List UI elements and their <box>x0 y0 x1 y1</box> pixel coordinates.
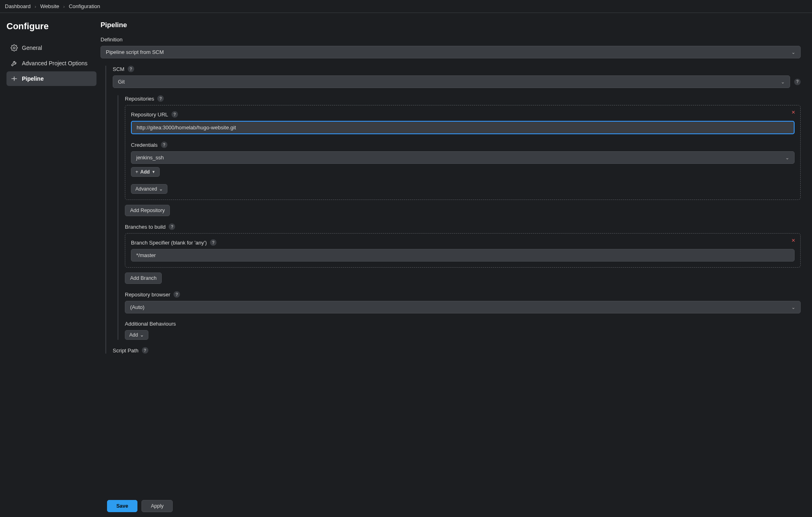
scm-label: SCM <box>113 66 124 72</box>
main-content: Pipeline Definition Pipeline script from… <box>101 13 812 401</box>
chevron-down-icon: ⌄ <box>791 305 795 310</box>
gear-icon <box>11 44 18 51</box>
scm-select[interactable]: Git ⌄ <box>113 75 790 88</box>
caret-down-icon: ▼ <box>152 170 155 174</box>
repo-url-label: Repository URL <box>131 112 168 118</box>
definition-select[interactable]: Pipeline script from SCM ⌄ <box>101 46 801 58</box>
sidebar: Configure General Advanced Project Optio… <box>0 13 101 401</box>
branches-label: Branches to build <box>125 224 165 230</box>
help-icon[interactable]: ? <box>142 347 148 354</box>
repository-box: ✕ Repository URL ? Credentials ? <box>125 105 801 200</box>
chevron-down-icon: ⌄ <box>159 186 163 192</box>
button-label: Advanced <box>135 186 157 192</box>
add-repository-button[interactable]: Add Repository <box>125 205 170 216</box>
help-icon[interactable]: ? <box>161 142 167 148</box>
help-icon[interactable]: ? <box>174 291 180 298</box>
breadcrumb-dashboard[interactable]: Dashboard <box>5 3 31 9</box>
close-icon[interactable]: ✕ <box>790 109 797 116</box>
sidebar-item-label: Advanced Project Options <box>22 60 88 67</box>
breadcrumb-website[interactable]: Website <box>40 3 59 9</box>
repo-url-input[interactable] <box>131 121 795 134</box>
chevron-down-icon: ⌄ <box>785 155 789 161</box>
chevron-down-icon: ⌄ <box>781 79 785 85</box>
add-branch-button[interactable]: Add Branch <box>125 272 162 284</box>
close-icon[interactable]: ✕ <box>790 237 797 244</box>
select-value: (Auto) <box>130 304 144 310</box>
sidebar-item-pipeline[interactable]: Pipeline <box>6 71 96 86</box>
sidebar-item-label: General <box>22 45 42 51</box>
credentials-label: Credentials <box>131 142 158 148</box>
script-path-label: Script Path <box>113 348 139 354</box>
branch-box: ✕ Branch Specifier (blank for 'any') ? <box>125 233 801 268</box>
add-behaviour-button[interactable]: Add ⌄ <box>125 330 148 340</box>
branch-spec-label: Branch Specifier (blank for 'any') <box>131 240 207 246</box>
help-icon[interactable]: ? <box>169 223 175 230</box>
svg-point-0 <box>13 47 15 49</box>
help-icon[interactable]: ? <box>157 95 164 102</box>
chevron-right-icon: › <box>63 4 65 9</box>
chevron-down-icon: ⌄ <box>140 332 144 338</box>
plus-icon: + <box>135 169 138 175</box>
help-icon[interactable]: ? <box>794 79 801 85</box>
advanced-button[interactable]: Advanced ⌄ <box>131 184 167 194</box>
add-credentials-button[interactable]: + Add ▼ <box>131 167 160 177</box>
branch-spec-input[interactable] <box>131 249 795 262</box>
credentials-select[interactable]: jenkins_ssh ⌄ <box>131 151 795 164</box>
help-icon[interactable]: ? <box>171 111 178 118</box>
button-label: Add <box>129 332 138 338</box>
chevron-down-icon: ⌄ <box>791 49 795 55</box>
wrench-icon <box>11 60 18 67</box>
pipeline-icon <box>11 75 18 82</box>
select-value: jenkins_ssh <box>136 154 164 161</box>
button-label: Add <box>140 169 150 175</box>
section-title: Pipeline <box>101 21 801 29</box>
repo-browser-label: Repository browser <box>125 292 170 298</box>
sidebar-item-general[interactable]: General <box>6 41 96 55</box>
breadcrumb: Dashboard › Website › Configuration <box>0 0 812 13</box>
sidebar-item-label: Pipeline <box>22 75 44 82</box>
definition-label: Definition <box>101 36 801 43</box>
repositories-label: Repositories <box>125 96 154 102</box>
chevron-right-icon: › <box>35 4 36 9</box>
behaviours-label: Additional Behaviours <box>125 321 176 327</box>
select-value: Pipeline script from SCM <box>106 49 164 55</box>
help-icon[interactable]: ? <box>128 66 134 72</box>
button-label: Add Branch <box>130 275 156 281</box>
repo-browser-select[interactable]: (Auto) ⌄ <box>125 301 801 313</box>
sidebar-item-advanced[interactable]: Advanced Project Options <box>6 56 96 71</box>
select-value: Git <box>118 79 125 85</box>
page-title: Configure <box>6 21 96 32</box>
button-label: Add Repository <box>130 208 165 213</box>
help-icon[interactable]: ? <box>210 239 216 246</box>
breadcrumb-configuration[interactable]: Configuration <box>69 3 100 9</box>
